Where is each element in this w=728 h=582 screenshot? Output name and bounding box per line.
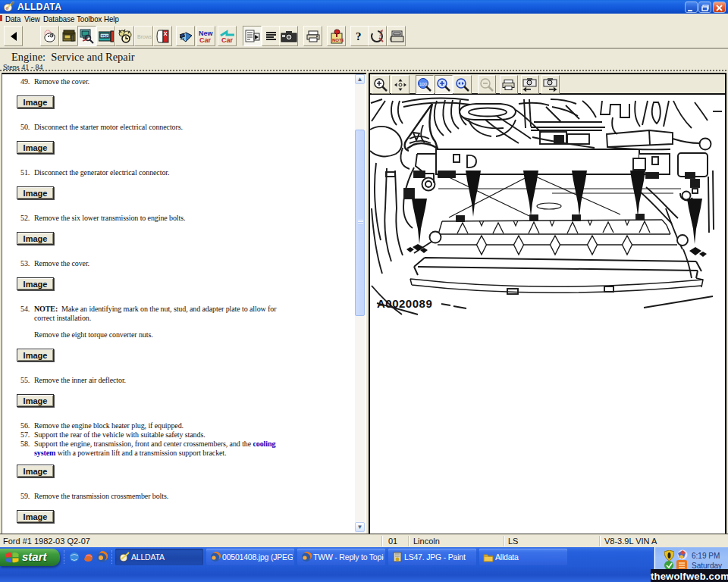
svg-text:z: z xyxy=(379,32,382,37)
svg-text:Brows: Brows xyxy=(137,34,152,39)
svg-text:100: 100 xyxy=(419,82,428,86)
svg-text:NOTE: NOTE xyxy=(332,38,344,42)
svg-text:750: 750 xyxy=(101,34,109,39)
svg-text:Car: Car xyxy=(221,36,234,44)
svg-text:Car: Car xyxy=(199,36,212,44)
svg-text:A0020089: A0020089 xyxy=(377,297,432,310)
svg-text:?: ? xyxy=(356,30,362,42)
